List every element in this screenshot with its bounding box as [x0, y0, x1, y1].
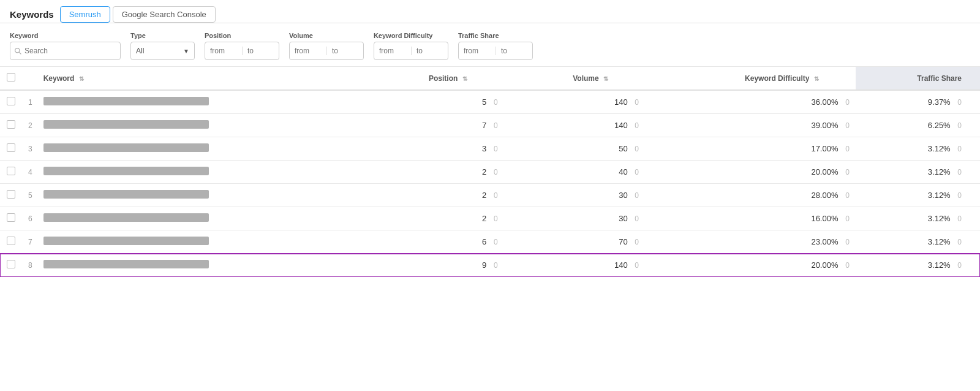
traffic-from-input[interactable]: [459, 47, 496, 55]
kd-range: [374, 42, 448, 60]
row-checkbox[interactable]: [7, 190, 15, 199]
row-traffic-cell: 3.12% 0: [856, 207, 980, 230]
row-volume-cell: 40 0: [504, 161, 645, 184]
kd-sub: 0: [845, 145, 850, 153]
keywords-table-wrap: Keyword ⇅ Position ⇅ Volume ⇅ Keyword Di…: [0, 67, 980, 277]
row-volume-cell: 140 0: [504, 90, 645, 114]
row-checkbox-cell[interactable]: [0, 90, 22, 114]
row-keyword-cell: [37, 137, 358, 161]
row-num-cell: 2: [22, 114, 37, 137]
volume-value: 140: [614, 260, 628, 270]
row-checkbox[interactable]: [7, 213, 15, 222]
kd-value: 23.00%: [811, 237, 838, 246]
row-position-cell: 9 0: [357, 254, 503, 277]
row-position-cell: 2 0: [357, 161, 503, 184]
keyword-placeholder: [43, 260, 209, 268]
row-checkbox-cell[interactable]: [0, 161, 22, 184]
kd-to-input[interactable]: [411, 47, 448, 55]
tab-semrush[interactable]: Semrush: [60, 6, 110, 23]
sort-keyword-icon[interactable]: ⇅: [79, 75, 84, 82]
row-checkbox-cell[interactable]: [0, 230, 22, 254]
row-position-cell: 5 0: [357, 90, 503, 114]
traffic-sub: 0: [957, 168, 962, 177]
position-filter: Position: [205, 32, 279, 60]
row-checkbox-cell[interactable]: [0, 137, 22, 161]
filter-row: Keyword Type All Branded Non-branded ▼ P…: [0, 23, 980, 67]
keyword-search-input[interactable]: [24, 47, 116, 55]
volume-from-input[interactable]: [290, 47, 326, 55]
keyword-placeholder: [43, 143, 209, 152]
traffic-sub: 0: [957, 238, 962, 246]
tabs-row: Keywords Semrush Google Search Console: [0, 0, 980, 23]
row-checkbox[interactable]: [7, 167, 15, 175]
row-checkbox[interactable]: [7, 97, 15, 105]
row-volume-cell: 50 0: [504, 137, 645, 161]
row-keyword-cell: [37, 207, 358, 230]
volume-filter-label: Volume: [289, 32, 364, 39]
row-position-cell: 2 0: [357, 184, 503, 207]
row-checkbox-cell[interactable]: [0, 207, 22, 230]
sort-position-icon[interactable]: ⇅: [462, 75, 467, 82]
tab-gsc[interactable]: Google Search Console: [113, 6, 216, 23]
col-keyword-header[interactable]: Keyword ⇅: [37, 67, 358, 90]
row-kd-cell: 39.00% 0: [645, 114, 856, 137]
col-check-header[interactable]: [0, 67, 22, 90]
kd-from-input[interactable]: [374, 47, 411, 55]
row-keyword-cell: [37, 230, 358, 254]
volume-to-input[interactable]: [326, 47, 363, 55]
position-value: 2: [482, 191, 486, 200]
row-kd-cell: 20.00% 0: [645, 161, 856, 184]
type-select-wrap[interactable]: All Branded Non-branded ▼: [130, 42, 195, 60]
row-traffic-cell: 3.12% 0: [856, 184, 980, 207]
row-traffic-cell: 3.12% 0: [856, 137, 980, 161]
row-checkbox[interactable]: [7, 260, 15, 268]
position-to-input[interactable]: [242, 47, 279, 55]
position-sub: 0: [494, 121, 498, 130]
keyword-search-wrap[interactable]: [10, 42, 121, 60]
row-kd-cell: 16.00% 0: [645, 207, 856, 230]
kd-value: 17.00%: [811, 144, 838, 153]
row-checkbox-cell[interactable]: [0, 254, 22, 277]
traffic-to-input[interactable]: [496, 47, 532, 55]
kd-sub: 0: [845, 191, 850, 200]
row-checkbox[interactable]: [7, 237, 15, 245]
traffic-sub: 0: [957, 98, 962, 107]
kd-sub: 0: [845, 98, 850, 107]
traffic-value: 3.12%: [928, 214, 951, 223]
traffic-value: 3.12%: [928, 144, 951, 153]
position-value: 2: [482, 214, 486, 223]
volume-range: [289, 42, 364, 60]
volume-sub: 0: [635, 191, 639, 200]
kd-value: 36.00%: [811, 97, 838, 107]
position-sub: 0: [494, 191, 498, 200]
traffic-sub: 0: [957, 121, 962, 130]
type-select[interactable]: All Branded Non-branded: [136, 47, 179, 55]
search-icon: [14, 47, 22, 55]
position-value: 2: [482, 167, 486, 177]
col-kd-header[interactable]: Keyword Difficulty ⇅: [645, 67, 856, 90]
traffic-value: 3.12%: [928, 191, 951, 200]
keyword-placeholder: [43, 190, 209, 199]
traffic-value: 3.12%: [928, 260, 951, 270]
row-volume-cell: 70 0: [504, 230, 645, 254]
row-checkbox[interactable]: [7, 143, 15, 152]
volume-sub: 0: [635, 121, 639, 130]
traffic-filter-label: Traffic Share: [458, 32, 533, 39]
volume-sub: 0: [635, 145, 639, 153]
position-from-input[interactable]: [205, 47, 242, 55]
col-volume-header[interactable]: Volume ⇅: [504, 67, 645, 90]
volume-value: 30: [619, 191, 627, 200]
row-kd-cell: 23.00% 0: [645, 230, 856, 254]
select-all-checkbox[interactable]: [7, 73, 15, 82]
sort-kd-icon[interactable]: ⇅: [814, 75, 819, 82]
row-checkbox[interactable]: [7, 120, 15, 129]
col-traffic-header[interactable]: Traffic Share: [856, 67, 980, 90]
row-checkbox-cell[interactable]: [0, 184, 22, 207]
traffic-sub: 0: [957, 261, 962, 270]
row-traffic-cell: 3.12% 0: [856, 230, 980, 254]
position-sub: 0: [494, 168, 498, 177]
row-kd-cell: 17.00% 0: [645, 137, 856, 161]
col-position-header[interactable]: Position ⇅: [357, 67, 503, 90]
sort-volume-icon[interactable]: ⇅: [603, 75, 608, 82]
row-checkbox-cell[interactable]: [0, 114, 22, 137]
